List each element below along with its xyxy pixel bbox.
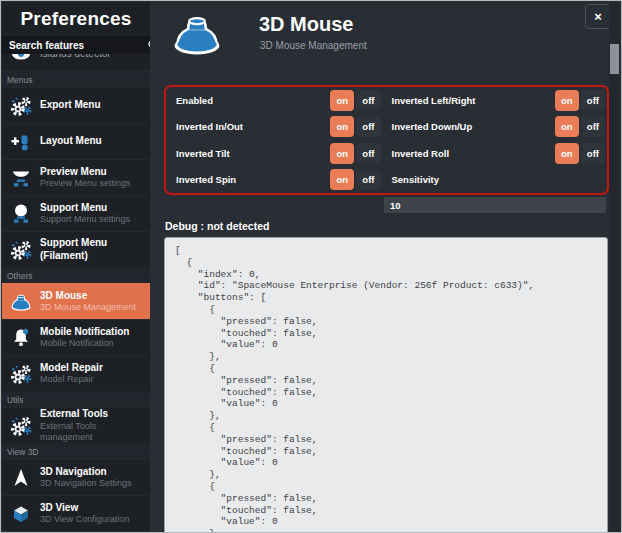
sidebar-section-menus: Menus	[2, 71, 150, 87]
sidebar-item-sublabel: 3D Mouse Management	[40, 302, 136, 313]
setting-label: Inverted Down/Up	[392, 121, 555, 132]
setting-row-sensitivity: Sensitivity	[387, 167, 608, 194]
layout-icon	[9, 130, 33, 154]
inverted-tilt-off-button[interactable]: off	[356, 143, 380, 164]
sidebar-section-utils: Utils	[2, 391, 150, 407]
sidebar-item-label: Support Menu (Filament)	[40, 237, 150, 262]
sidebar-item-label: Support Menu	[40, 202, 130, 215]
inverted-down-up-toggle: onoff	[555, 116, 605, 137]
preview-icon	[9, 166, 33, 190]
inverted-in-out-toggle: onoff	[330, 116, 380, 137]
setting-row-inverted-spin: Inverted Spinonoff	[166, 167, 387, 194]
sidebar-item-mobile-notification[interactable]: Mobile NotificationMobile Notification	[2, 319, 150, 355]
sidebar-item-sublabel: Mobile Notification	[40, 338, 129, 349]
setting-row-inverted-tilt: Inverted Tiltonoff	[166, 140, 387, 167]
sidebar-item-support-menu[interactable]: Support MenuSupport Menu settings	[2, 195, 150, 231]
sidebar-item-sublabel: Model Repair	[40, 374, 103, 385]
page-subtitle: 3D Mouse Management	[260, 40, 367, 51]
search-input[interactable]	[9, 40, 143, 51]
gears-icon	[9, 94, 33, 118]
sidebar-item-external-tools[interactable]: External ToolsExternal Tools management	[2, 407, 150, 443]
setting-row-inverted-left-right: Inverted Left/Rightonoff	[387, 87, 608, 114]
gears-icon	[9, 414, 33, 438]
setting-label: Inverted Spin	[176, 174, 330, 185]
sidebar-item-label: 3D View	[40, 502, 129, 515]
sensitivity-label: Sensitivity	[392, 174, 606, 185]
inverted-tilt-on-button[interactable]: on	[330, 143, 354, 164]
gears-icon	[9, 362, 33, 386]
sidebar-item-sublabel: 3D Navigation Settings	[40, 478, 132, 489]
setting-label: Inverted Roll	[392, 148, 555, 159]
mouse3d-icon	[9, 290, 33, 314]
sidebar-item-export-menu[interactable]: Export Menu	[2, 87, 150, 123]
sidebar-item-sublabel: 3D View Configuration	[40, 514, 129, 525]
enabled-off-button[interactable]: off	[356, 90, 380, 111]
inverted-tilt-toggle: onoff	[330, 143, 380, 164]
preferences-dialog: Preferences Islands detector MenusExport…	[0, 0, 622, 533]
debug-json-output: [ { "index": 0, "id": "SpaceMouse Enterp…	[165, 238, 607, 533]
inverted-spin-on-button[interactable]: on	[330, 169, 354, 190]
enabled-toggle: onoff	[330, 90, 380, 111]
gears-icon	[9, 238, 33, 262]
sidebar-item-label: External Tools	[40, 408, 150, 421]
sidebar-item-sublabel: Preview Menu settings	[40, 178, 131, 189]
search-bar	[2, 36, 150, 54]
debug-output-box: [ { "index": 0, "id": "SpaceMouse Enterp…	[164, 237, 608, 533]
sidebar-item-islands-detector-partial[interactable]: Islands detector	[2, 54, 150, 71]
sidebar-item-3d-view[interactable]: 3D View3D View Configuration	[2, 495, 150, 531]
inverted-roll-on-button[interactable]: on	[555, 143, 579, 164]
sensitivity-input[interactable]	[384, 197, 606, 213]
sidebar-sections: MenusExport MenuLayout MenuPreview MenuP…	[2, 71, 150, 531]
setting-row-enabled: Enabledonoff	[166, 87, 387, 114]
sidebar-item-support-menu-filament[interactable]: Support Menu (Filament)	[2, 231, 150, 267]
sidebar-item-model-repair[interactable]: Model RepairModel Repair	[2, 355, 150, 391]
scrollbar-thumb[interactable]	[610, 44, 619, 74]
3d-mouse-settings-panel: EnabledonoffInverted Left/RightonoffInve…	[164, 85, 609, 195]
enabled-on-button[interactable]: on	[330, 90, 354, 111]
inverted-down-up-on-button[interactable]: on	[555, 116, 579, 137]
setting-label: Enabled	[176, 95, 330, 106]
setting-row-inverted-in-out: Inverted In/Outonoff	[166, 114, 387, 141]
sidebar-item-label: Layout Menu	[40, 135, 102, 148]
cube-icon	[9, 502, 33, 526]
sidebar-section-others: Others	[2, 267, 150, 283]
sidebar-item-layout-menu[interactable]: Layout Menu	[2, 123, 150, 159]
nav-icon	[9, 466, 33, 490]
inverted-down-up-off-button[interactable]: off	[581, 116, 605, 137]
setting-label: Inverted Tilt	[176, 148, 330, 159]
sidebar-item-label: 3D Navigation	[40, 466, 132, 479]
debug-status-label: Debug : not detected	[165, 220, 269, 232]
bell-icon	[9, 326, 33, 350]
sidebar-item-label: Mobile Notification	[40, 326, 129, 339]
search-icon	[147, 39, 150, 51]
support-icon	[9, 202, 33, 226]
setting-label: Inverted Left/Right	[392, 95, 555, 106]
sidebar-item-3d-navigation[interactable]: 3D Navigation3D Navigation Settings	[2, 459, 150, 495]
inverted-roll-toggle: onoff	[555, 143, 605, 164]
sidebar-item-label: Model Repair	[40, 362, 103, 375]
inverted-in-out-off-button[interactable]: off	[356, 116, 380, 137]
inverted-left-right-off-button[interactable]: off	[581, 90, 605, 111]
inverted-spin-off-button[interactable]: off	[356, 169, 380, 190]
close-icon: ×	[594, 9, 602, 24]
close-button[interactable]: ×	[585, 4, 611, 29]
inverted-spin-toggle: onoff	[330, 169, 380, 190]
setting-label: Inverted In/Out	[176, 121, 330, 132]
sidebar-item-label: Islands detector	[40, 54, 111, 60]
inverted-roll-off-button[interactable]: off	[581, 143, 605, 164]
setting-row-inverted-roll: Inverted Rollonoff	[387, 140, 608, 167]
inverted-left-right-on-button[interactable]: on	[555, 90, 579, 111]
sidebar-section-view-3d: View 3D	[2, 443, 150, 459]
page-title: 3D Mouse	[259, 13, 353, 36]
main-scrollbar[interactable]	[609, 2, 620, 531]
setting-row-inverted-down-up: Inverted Down/Uponoff	[387, 114, 608, 141]
sidebar-item-sublabel: External Tools management	[40, 421, 150, 444]
sidebar-item-label: Preview Menu	[40, 166, 131, 179]
inverted-in-out-on-button[interactable]: on	[330, 116, 354, 137]
sidebar-item-preview-menu[interactable]: Preview MenuPreview Menu settings	[2, 159, 150, 195]
sidebar-item-label: Export Menu	[40, 99, 101, 112]
sidebar: Preferences Islands detector MenusExport…	[2, 2, 150, 531]
sidebar-item-3d-mouse[interactable]: 3D Mouse3D Mouse Management	[2, 283, 150, 319]
eye-icon	[9, 54, 33, 66]
inverted-left-right-toggle: onoff	[555, 90, 605, 111]
